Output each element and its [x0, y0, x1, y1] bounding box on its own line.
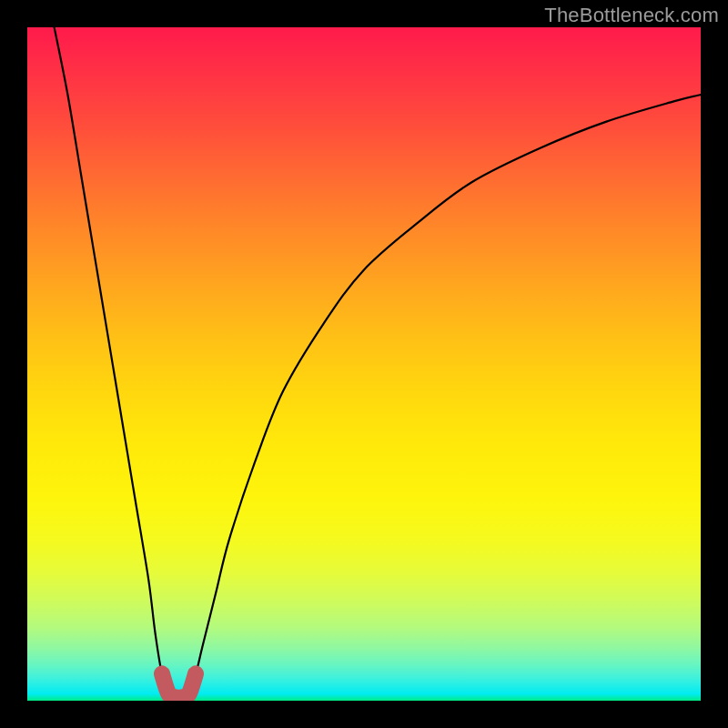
- curve-layer: [27, 27, 701, 701]
- curve-right-branch: [189, 95, 701, 687]
- plot-area: [27, 27, 701, 701]
- watermark-text: TheBottleneck.com: [544, 4, 719, 27]
- chart-frame: TheBottleneck.com: [0, 0, 728, 728]
- bottom-dip-marker: [162, 673, 196, 697]
- curve-left-branch: [55, 27, 169, 687]
